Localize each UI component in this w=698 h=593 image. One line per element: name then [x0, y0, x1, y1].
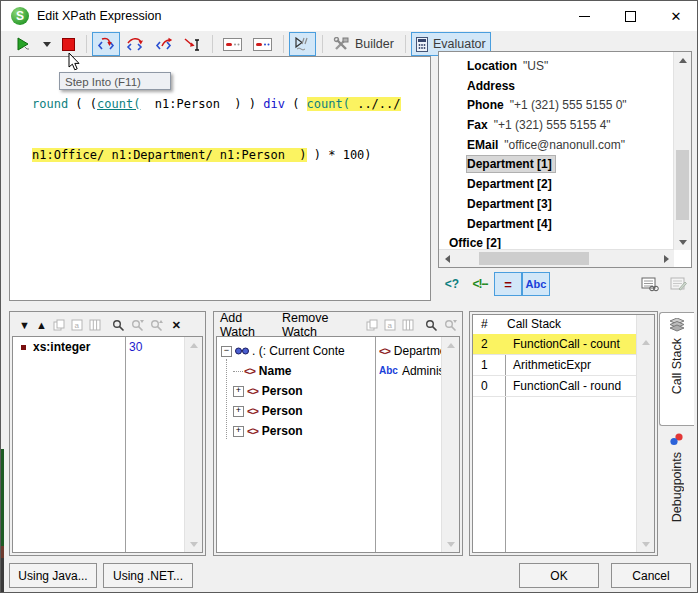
remove-watch-button[interactable]: Remove Watch [282, 311, 349, 339]
scroll-down-button[interactable] [637, 536, 654, 552]
run-to-cursor-button[interactable] [179, 32, 206, 56]
scroll-down-button[interactable] [185, 536, 202, 552]
columns-button[interactable] [89, 319, 101, 331]
comment-icon: <!-- [473, 277, 488, 291]
list-item-selected[interactable]: Department [1] [439, 155, 674, 175]
xml-declaration-toggle[interactable]: <? [438, 272, 466, 296]
copy-button[interactable] [53, 319, 65, 331]
column-splitter[interactable] [125, 337, 126, 552]
find-button[interactable]: a [384, 319, 396, 331]
evaluate-on-typing-button[interactable] [289, 32, 316, 56]
vertical-scrollbar[interactable] [636, 315, 654, 552]
xpath-expression-editor[interactable]: round ( (count( n1:Person ) ) div ( coun… [9, 56, 431, 301]
clear-button[interactable]: ✕ [172, 319, 181, 332]
scroll-up-icon [447, 343, 455, 348]
vertical-scrollbar[interactable] [184, 337, 202, 552]
step-over-button[interactable] [121, 32, 149, 56]
step-out-button[interactable] [150, 32, 178, 56]
code-token-link[interactable]: count( [97, 97, 140, 111]
scroll-left-button[interactable] [439, 250, 455, 267]
watch-value-row[interactable]: <> Department [379, 341, 442, 361]
tab-call-stack[interactable]: Call Stack [659, 312, 694, 426]
ok-button[interactable]: OK [519, 563, 599, 588]
list-item[interactable]: Department [4] [439, 215, 674, 235]
table-row[interactable]: xs:integer 30 [13, 337, 185, 357]
attributes-toggle[interactable]: = [494, 272, 522, 296]
scroll-up-button[interactable] [442, 337, 459, 353]
collapse-icon[interactable]: − [221, 346, 232, 357]
horizontal-scrollbar[interactable] [439, 249, 674, 267]
comment-toggle[interactable]: <!-- [466, 272, 494, 296]
watch-value-row[interactable]: Abc Administration [379, 361, 442, 381]
tree-item-person[interactable]: + <> Person [217, 421, 372, 441]
code-token-highlighted: n1:Office/ n1:Department/ n1:Person ) [32, 148, 307, 162]
callstack-list[interactable]: # Call Stack 2 FunctionCall - count 1 Ar… [472, 314, 655, 553]
tree-item-person[interactable]: + <> Person [217, 401, 372, 421]
using-dotnet-button[interactable]: Using .NET... [103, 563, 193, 588]
list-item[interactable]: Phone"+1 (321) 555 5155 0" [439, 96, 674, 116]
variables-list[interactable]: xs:integer 30 [12, 336, 203, 553]
tab-debugpoints[interactable]: Debugpoints [659, 430, 694, 552]
columns-button[interactable] [402, 319, 414, 331]
tree-item-current-context[interactable]: − . (: Current Conte [217, 341, 372, 361]
search-button[interactable] [425, 319, 438, 332]
close-icon: ✕ [671, 10, 682, 23]
scroll-up-button[interactable] [637, 334, 654, 350]
table-row-selected[interactable]: 2 FunctionCall - count [473, 334, 637, 355]
breakpoint-icon [223, 38, 242, 51]
list-item[interactable]: EMail"office@nanonull.com" [439, 136, 674, 156]
callstack-rows: 2 FunctionCall - count 1 ArithmeticExpr … [473, 334, 637, 397]
close-button[interactable]: ✕ [653, 1, 698, 31]
search-next-button[interactable] [131, 319, 144, 332]
search-next-button[interactable] [444, 319, 457, 332]
search-button[interactable] [112, 319, 125, 332]
link-to-source-button[interactable] [636, 272, 664, 296]
expand-icon[interactable]: + [233, 386, 244, 397]
expand-icon[interactable]: + [233, 406, 244, 417]
code-token: ( ( [68, 97, 97, 111]
table-row[interactable]: 1 ArithmeticExpr [473, 355, 637, 376]
scroll-down-button[interactable] [442, 536, 459, 552]
vertical-scrollbar[interactable] [441, 337, 459, 552]
edit-result-button[interactable] [664, 272, 692, 296]
search-prev-button[interactable] [150, 319, 163, 332]
scroll-up-button[interactable] [185, 337, 202, 353]
insert-tracepoint-button[interactable] [248, 32, 277, 56]
column-splitter[interactable] [375, 337, 376, 552]
cancel-button[interactable]: Cancel [611, 563, 691, 588]
table-row[interactable]: 0 FunctionCall - round [473, 376, 637, 397]
list-item[interactable]: Fax"+1 (321) 555 5155 4" [439, 116, 674, 136]
list-item[interactable]: Department [2] [439, 175, 674, 195]
scroll-down-button[interactable] [674, 234, 691, 250]
tree-item-person[interactable]: + <> Person [217, 381, 372, 401]
context-node-list[interactable]: Location"US" Address Phone"+1 (321) 555 … [438, 51, 692, 268]
expand-icon[interactable]: + [233, 426, 244, 437]
builder-button[interactable]: Builder [328, 32, 399, 56]
watch-list[interactable]: − . (: Current Conte <> Name + <> [216, 336, 460, 553]
list-item[interactable]: Address [439, 77, 674, 97]
vertical-scrollbar[interactable] [673, 52, 691, 250]
maximize-button[interactable] [607, 1, 653, 31]
scrollbar-thumb[interactable] [479, 252, 589, 265]
minimize-button[interactable] [561, 1, 607, 31]
add-watch-button[interactable]: Add Watch [220, 311, 268, 339]
copy-button[interactable] [366, 319, 378, 331]
find-button[interactable]: a [71, 319, 83, 331]
play-icon [16, 37, 32, 51]
text-values-toggle[interactable]: Abc [522, 272, 550, 296]
tree-item-name[interactable]: <> Name [217, 361, 372, 381]
start-debugging-dropdown[interactable] [38, 32, 56, 56]
list-item[interactable]: Department [3] [439, 195, 674, 215]
scrollbar-thumb[interactable] [676, 150, 689, 220]
background-window-sliver [1, 449, 4, 546]
list-item[interactable]: Location"US" [439, 57, 674, 77]
scroll-right-button[interactable] [658, 250, 674, 267]
sort-descending-button[interactable]: ▼ [19, 319, 30, 331]
scroll-up-button[interactable] [674, 52, 691, 68]
mouse-cursor [68, 53, 81, 72]
insert-breakpoint-button[interactable] [218, 32, 247, 56]
sort-ascending-button[interactable]: ▲ [36, 319, 47, 331]
start-debugging-button[interactable] [11, 32, 37, 56]
step-into-button[interactable] [92, 32, 120, 56]
using-java-button[interactable]: Using Java... [9, 563, 97, 588]
